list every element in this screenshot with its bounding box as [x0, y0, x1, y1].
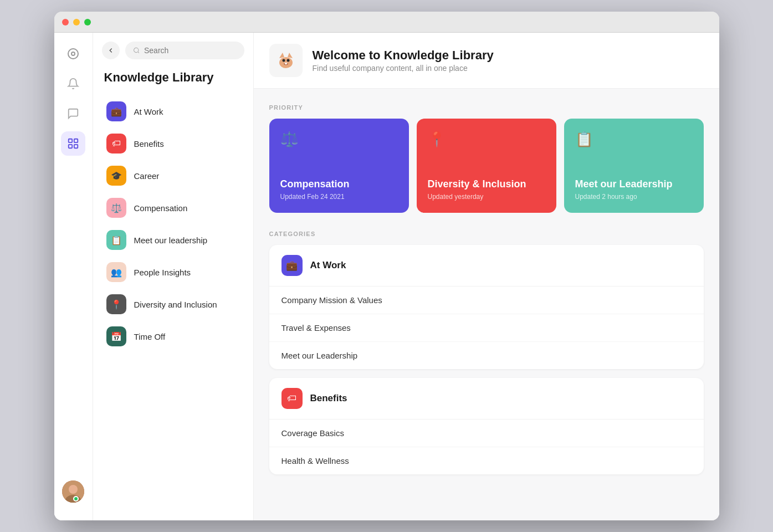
svg-marker-11: [279, 53, 284, 58]
main-header: Welcome to Knowledge Library Find useful…: [254, 33, 719, 89]
category-list-item[interactable]: Coverage Basics: [269, 420, 704, 447]
category-list-item[interactable]: Company Mission & Values: [269, 287, 704, 314]
svg-point-14: [286, 59, 289, 62]
svg-point-9: [134, 48, 138, 52]
priority-card-title: Diversity & Inclusion: [428, 178, 545, 191]
priority-card-updated: Updated Feb 24 2021: [280, 193, 398, 201]
nav-item-icon-compensation: ⚖️: [106, 198, 126, 218]
nav-item-icon-benefits: 🏷: [106, 134, 126, 154]
back-button[interactable]: [102, 42, 120, 59]
nav-item-icon-at-work: 💼: [106, 101, 126, 121]
nav-item-people-insights[interactable]: 👥 People Insights: [102, 257, 244, 288]
nav-item-diversity[interactable]: 📍 Diversity and Inclusion: [102, 289, 244, 320]
priority-card-icon: ⚖️: [280, 131, 398, 148]
priority-label: PRIORITY: [269, 104, 704, 111]
nav-item-meet-leadership[interactable]: 📋 Meet our leadership: [102, 224, 244, 255]
category-title-benefits-cat: Benefits: [310, 393, 347, 404]
minimize-button[interactable]: [73, 19, 80, 25]
nav-item-label-people-insights: People Insights: [134, 268, 191, 277]
priority-card-icon: 📍: [428, 131, 545, 148]
search-bar[interactable]: [125, 42, 244, 59]
category-list-item[interactable]: Travel & Expenses: [269, 314, 704, 342]
svg-point-7: [69, 485, 78, 494]
nav-item-label-meet-leadership: Meet our leadership: [134, 236, 208, 245]
app-body: Knowledge Library 💼 At Work 🏷 Benefits 🎓…: [54, 33, 719, 520]
category-list-item[interactable]: Meet our Leadership: [269, 342, 704, 369]
sidebar-item-chat[interactable]: [61, 101, 85, 126]
nav-top: [102, 42, 244, 59]
category-card-at-work-cat: 💼 At Work Company Mission & Values Trave…: [269, 245, 704, 369]
icon-sidebar: [54, 33, 93, 520]
priority-card-diversity-card[interactable]: 📍 Diversity & Inclusion Updated yesterda…: [417, 119, 556, 213]
title-bar: [54, 12, 719, 33]
nav-item-label-at-work: At Work: [134, 107, 163, 116]
nav-item-benefits[interactable]: 🏷 Benefits: [102, 128, 244, 159]
svg-rect-4: [69, 145, 72, 148]
priority-card-updated: Updated yesterday: [428, 193, 545, 201]
nav-item-career[interactable]: 🎓 Career: [102, 160, 244, 191]
nav-item-compensation[interactable]: ⚖️ Compensation: [102, 192, 244, 223]
priority-card-leadership-card[interactable]: 📋 Meet our Leadership Updated 2 hours ag…: [564, 119, 704, 213]
main-content: Welcome to Knowledge Library Find useful…: [254, 33, 719, 520]
close-button[interactable]: [62, 19, 69, 25]
nav-item-time-off[interactable]: 📅 Time Off: [102, 321, 244, 352]
search-input[interactable]: [144, 46, 237, 55]
nav-item-icon-people-insights: 👥: [106, 262, 126, 282]
svg-rect-5: [74, 145, 78, 148]
sidebar-item-workspace[interactable]: [61, 42, 85, 66]
priority-card-compensation-card[interactable]: ⚖️ Compensation Updated Feb 24 2021: [269, 119, 409, 213]
priority-card-icon: 📋: [575, 131, 693, 148]
nav-item-icon-meet-leadership: 📋: [106, 230, 126, 250]
online-indicator: [73, 496, 79, 502]
category-card-benefits-cat: 🏷 Benefits Coverage Basics Health & Well…: [269, 378, 704, 474]
header-title: Welcome to Knowledge Library: [313, 48, 494, 63]
mac-window: Knowledge Library 💼 At Work 🏷 Benefits 🎓…: [54, 12, 719, 520]
nav-items-container: 💼 At Work 🏷 Benefits 🎓 Career ⚖️ Compens…: [102, 96, 244, 353]
nav-item-icon-time-off: 📅: [106, 326, 126, 346]
svg-rect-3: [74, 139, 78, 142]
header-text: Welcome to Knowledge Library Find useful…: [313, 48, 494, 73]
category-title-at-work-cat: At Work: [310, 260, 346, 271]
maximize-button[interactable]: [84, 19, 91, 25]
nav-item-icon-career: 🎓: [106, 166, 126, 186]
nav-item-label-compensation: Compensation: [134, 203, 188, 213]
nav-item-label-diversity: Diversity and Inclusion: [134, 300, 217, 309]
svg-point-0: [68, 49, 78, 59]
svg-point-1: [71, 52, 75, 55]
nav-panel: Knowledge Library 💼 At Work 🏷 Benefits 🎓…: [93, 33, 254, 520]
svg-rect-2: [69, 139, 72, 142]
nav-title: Knowledge Library: [102, 70, 244, 85]
category-header-at-work-cat: 💼 At Work: [269, 245, 704, 287]
categories-label: CATEGORIES: [269, 231, 704, 237]
nav-item-label-benefits: Benefits: [134, 139, 164, 149]
category-header-benefits-cat: 🏷 Benefits: [269, 378, 704, 420]
header-subtitle: Find useful company content, all in one …: [313, 64, 494, 73]
svg-point-13: [282, 59, 285, 62]
priority-card-title: Meet our Leadership: [575, 178, 693, 191]
priority-cards: ⚖️ Compensation Updated Feb 24 2021 📍 Di…: [269, 119, 704, 213]
category-icon-at-work-cat: 💼: [281, 255, 303, 276]
sidebar-item-notifications[interactable]: [61, 71, 85, 96]
nav-item-label-career: Career: [134, 171, 160, 181]
priority-card-updated: Updated 2 hours ago: [575, 193, 693, 201]
category-icon-benefits-cat: 🏷: [281, 388, 303, 409]
sidebar-item-library[interactable]: [61, 131, 85, 156]
header-icon: [269, 44, 303, 77]
search-icon: [133, 47, 140, 54]
nav-item-at-work[interactable]: 💼 At Work: [102, 96, 244, 127]
priority-card-title: Compensation: [280, 178, 398, 191]
svg-marker-12: [288, 53, 293, 58]
avatar-area: [62, 480, 84, 511]
categories-container: 💼 At Work Company Mission & Values Trave…: [269, 245, 704, 474]
nav-item-icon-diversity: 📍: [106, 294, 126, 314]
nav-item-label-time-off: Time Off: [134, 332, 166, 341]
category-list-item[interactable]: Health & Wellness: [269, 447, 704, 474]
content-area: PRIORITY ⚖️ Compensation Updated Feb 24 …: [254, 89, 719, 499]
